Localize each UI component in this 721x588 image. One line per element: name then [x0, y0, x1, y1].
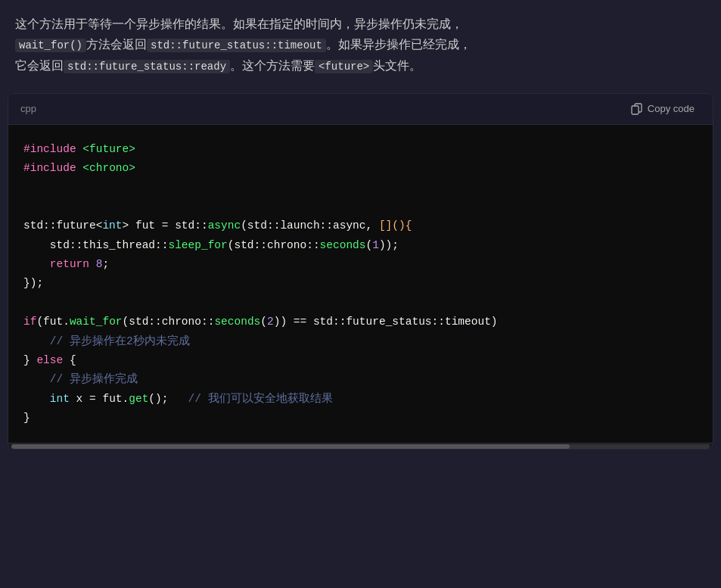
code-line-5: std::future<int> fut = std::async(std::l… [23, 216, 698, 235]
code-timeout: std::future_status::timeout [147, 39, 326, 52]
code-line-4 [23, 198, 698, 216]
code-future-header: <future> [315, 60, 373, 73]
code-block: cpp Copy code #include <future> #include… [8, 93, 713, 450]
code-line-1: #include <future> [23, 140, 698, 159]
code-line-12: } else { [23, 351, 698, 370]
code-body: #include <future> #include <chrono> std:… [8, 125, 713, 443]
desc-line2: wait_for()方法会返回std::future_status::timeo… [15, 38, 471, 51]
description-section: 这个方法用于等待一个异步操作的结果。如果在指定的时间内，异步操作仍未完成， wa… [0, 0, 721, 84]
code-lang: cpp [20, 103, 36, 114]
copy-code-button[interactable]: Copy code [625, 100, 701, 118]
code-line-14: int x = fut.get(); // 我们可以安全地获取结果 [23, 390, 698, 409]
code-line-13: // 异步操作完成 [23, 370, 698, 389]
code-line-6: std::this_thread::sleep_for(std::chrono:… [23, 236, 698, 255]
code-line-8: }); [23, 274, 698, 293]
svg-rect-1 [632, 106, 639, 114]
desc-line1: 这个方法用于等待一个异步操作的结果。如果在指定的时间内，异步操作仍未完成， [15, 17, 463, 30]
scrollbar-area[interactable] [8, 443, 713, 449]
copy-label: Copy code [648, 103, 695, 114]
desc-line3: 它会返回std::future_status::ready。这个方法需要<fut… [15, 59, 421, 72]
code-line-9 [23, 294, 698, 313]
code-header: cpp Copy code [8, 94, 713, 125]
scrollbar-track[interactable] [11, 444, 710, 449]
page-container: 这个方法用于等待一个异步操作的结果。如果在指定的时间内，异步操作仍未完成， wa… [0, 0, 721, 588]
copy-icon [631, 103, 643, 115]
code-line-3 [23, 179, 698, 198]
code-line-15: } [23, 409, 698, 428]
code-line-7: return 8; [23, 255, 698, 274]
code-line-11: // 异步操作在2秒内未完成 [23, 332, 698, 351]
scrollbar-thumb[interactable] [11, 444, 570, 449]
code-line-10: if(fut.wait_for(std::chrono::seconds(2))… [23, 313, 698, 331]
code-line-2: #include <chrono> [23, 159, 698, 178]
code-wait-for: wait_for() [15, 39, 86, 52]
code-ready: std::future_status::ready [64, 60, 230, 73]
